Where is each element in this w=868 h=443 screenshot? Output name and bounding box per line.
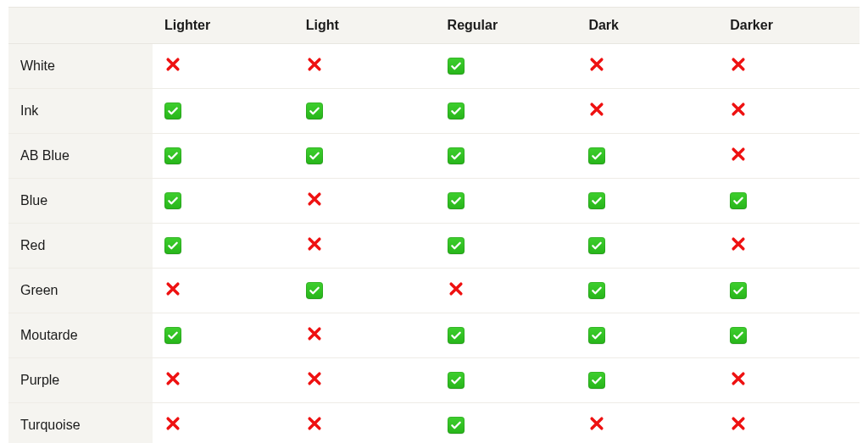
cross-icon-cell	[730, 146, 747, 163]
check-icon	[306, 282, 323, 299]
cell	[294, 89, 436, 134]
cross-icon-cell	[306, 191, 323, 208]
check-icon-cell	[448, 372, 465, 389]
table-row: Turquoise	[8, 403, 860, 444]
cross-icon	[730, 101, 747, 118]
check-icon-cell	[306, 147, 323, 164]
cell	[718, 134, 860, 179]
cell	[436, 89, 577, 134]
compatibility-table: Lighter Light Regular Dark Darker WhiteI…	[8, 7, 860, 443]
cell	[718, 44, 860, 89]
cell	[436, 403, 577, 444]
cell	[436, 269, 577, 313]
cross-icon	[306, 191, 323, 208]
table-row: Green	[8, 269, 860, 313]
check-icon-cell	[164, 192, 181, 209]
cross-icon	[306, 325, 323, 342]
row-label: Purple	[8, 358, 153, 403]
cross-icon-cell	[588, 101, 605, 118]
cell	[153, 134, 294, 179]
cell	[294, 224, 436, 269]
header-col: Lighter	[153, 8, 294, 44]
cross-icon	[588, 415, 605, 432]
cross-icon	[164, 56, 181, 73]
table-header-row: Lighter Light Regular Dark Darker	[8, 8, 860, 44]
header-col: Regular	[436, 8, 577, 44]
cell	[153, 224, 294, 269]
cell	[576, 134, 718, 179]
row-label: Turquoise	[8, 403, 153, 444]
cross-icon	[306, 370, 323, 387]
cross-icon-cell	[448, 280, 465, 297]
cell	[436, 44, 577, 89]
table-row: White	[8, 44, 860, 89]
table-row: AB Blue	[8, 134, 860, 179]
header-col: Dark	[576, 8, 718, 44]
row-label: Ink	[8, 89, 153, 134]
header-col: Light	[294, 8, 436, 44]
cell	[718, 358, 860, 403]
table-row: Red	[8, 224, 860, 269]
table-row: Blue	[8, 179, 860, 224]
cell	[436, 224, 577, 269]
cell	[153, 89, 294, 134]
cross-icon	[306, 235, 323, 252]
check-icon	[448, 237, 465, 254]
cell	[153, 179, 294, 224]
check-icon	[164, 102, 181, 119]
cross-icon	[730, 56, 747, 73]
check-icon-cell	[448, 58, 465, 75]
cross-icon-cell	[164, 56, 181, 73]
cross-icon-cell	[588, 56, 605, 73]
cross-icon-cell	[730, 415, 747, 432]
cell	[576, 89, 718, 134]
header-col: Darker	[718, 8, 860, 44]
cross-icon	[164, 280, 181, 297]
check-icon	[448, 327, 465, 344]
check-icon-cell	[164, 147, 181, 164]
check-icon-cell	[588, 327, 605, 344]
cross-icon-cell	[588, 415, 605, 432]
cell	[294, 358, 436, 403]
check-icon-cell	[164, 237, 181, 254]
row-label: Blue	[8, 179, 153, 224]
cell	[718, 89, 860, 134]
cell	[436, 313, 577, 358]
cross-icon-cell	[164, 280, 181, 297]
check-icon	[448, 417, 465, 434]
cell	[718, 269, 860, 313]
check-icon	[588, 372, 605, 389]
cross-icon	[730, 146, 747, 163]
row-label: White	[8, 44, 153, 89]
check-icon-cell	[306, 282, 323, 299]
cross-icon-cell	[306, 325, 323, 342]
row-label: Red	[8, 224, 153, 269]
check-icon	[164, 237, 181, 254]
check-icon-cell	[448, 237, 465, 254]
cell	[436, 179, 577, 224]
check-icon-cell	[588, 282, 605, 299]
check-icon	[306, 147, 323, 164]
table-row: Ink	[8, 89, 860, 134]
cell	[576, 358, 718, 403]
cross-icon	[306, 415, 323, 432]
header-empty	[8, 8, 153, 44]
check-icon	[730, 282, 747, 299]
cross-icon-cell	[730, 370, 747, 387]
cell	[294, 269, 436, 313]
cell	[718, 313, 860, 358]
cross-icon-cell	[730, 235, 747, 252]
cell	[576, 179, 718, 224]
compatibility-table-container: Lighter Light Regular Dark Darker WhiteI…	[0, 0, 868, 443]
check-icon-cell	[730, 282, 747, 299]
check-icon	[448, 147, 465, 164]
cross-icon	[164, 415, 181, 432]
check-icon	[588, 282, 605, 299]
check-icon-cell	[448, 192, 465, 209]
check-icon-cell	[588, 237, 605, 254]
cell	[718, 403, 860, 444]
cross-icon-cell	[306, 415, 323, 432]
cross-icon-cell	[730, 56, 747, 73]
cross-icon-cell	[306, 56, 323, 73]
cell	[153, 44, 294, 89]
